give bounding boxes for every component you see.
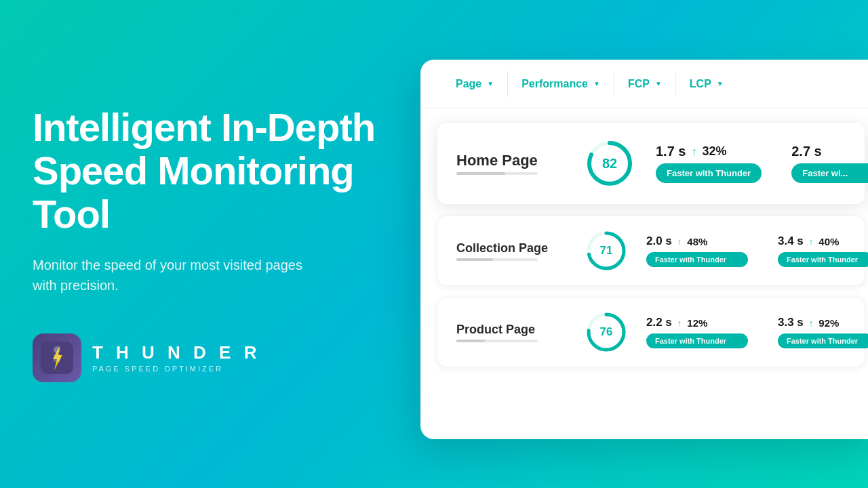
arrow-up-icon: ↑ bbox=[677, 237, 682, 247]
metric-percent-product-col1: 12% bbox=[687, 317, 707, 329]
metric-col1-product: 2.2 s ↑ 12% Faster with Thunder bbox=[646, 316, 748, 348]
brand: T H U N D E R PAGE SPEED OPTIMIZER bbox=[33, 333, 385, 382]
metric-col1-collection: 2.0 s ↑ 48% Faster with Thunder bbox=[646, 235, 748, 267]
score-circle-product: 76 bbox=[585, 311, 627, 353]
thunder-badge-product-col2: Faster with Thunder bbox=[778, 333, 868, 348]
chevron-down-icon: ▼ bbox=[487, 80, 494, 87]
score-value-home: 82 bbox=[602, 156, 617, 171]
metric-value-collection-col2: 3.4 s bbox=[778, 235, 804, 248]
metric-value-product-col2: 3.3 s bbox=[778, 316, 804, 329]
filter-lcp[interactable]: LCP ▼ bbox=[676, 71, 737, 97]
metric-value-collection-col1: 2.0 s bbox=[646, 235, 672, 248]
arrow-up-icon: ↑ bbox=[677, 318, 682, 328]
chevron-down-icon: ▼ bbox=[655, 80, 662, 87]
page-name-product: Product Page bbox=[456, 323, 585, 337]
svg-rect-3 bbox=[54, 354, 60, 362]
card-collection: Collection Page 71 2.0 s ↑ 48% Faster bbox=[437, 216, 865, 286]
svg-point-2 bbox=[54, 346, 60, 353]
metric-value-home-col2: 2.7 s bbox=[791, 144, 821, 159]
thunder-badge-home-col2: Faster wi... bbox=[791, 163, 868, 183]
score-circle-home: 82 bbox=[585, 139, 634, 188]
cards-area: Home Page 82 1.7 s ↑ 32% Faster with T bbox=[420, 108, 868, 381]
metric-percent-collection-col2: 40% bbox=[818, 236, 839, 247]
thunder-badge-collection-col2: Faster with Thunder bbox=[778, 252, 868, 267]
filter-lcp-label: LCP bbox=[690, 78, 711, 90]
metric-value-home-col1: 1.7 s bbox=[656, 144, 686, 159]
dashboard-panel: Page ▼ Performance ▼ FCP ▼ LCP ▼ Home Pa… bbox=[420, 60, 868, 439]
metric-col2-product: 3.3 s ↑ 92% Faster with Thunder bbox=[778, 316, 868, 348]
metric-col1-home: 1.7 s ↑ 32% Faster with Thunder bbox=[656, 144, 762, 183]
thunder-badge-collection-col1: Faster with Thunder bbox=[646, 252, 748, 267]
thunder-badge-home-col1: Faster with Thunder bbox=[656, 163, 762, 183]
brand-logo bbox=[33, 333, 81, 382]
filter-bar: Page ▼ Performance ▼ FCP ▼ LCP ▼ bbox=[420, 60, 868, 108]
card-home: Home Page 82 1.7 s ↑ 32% Faster with T bbox=[437, 122, 865, 205]
metric-percent-home-col1: 32% bbox=[702, 144, 726, 159]
metrics-product: 2.2 s ↑ 12% Faster with Thunder 3.3 s ↑ … bbox=[646, 316, 868, 348]
page-name-home: Home Page bbox=[456, 152, 592, 169]
metric-value-product-col1: 2.2 s bbox=[646, 316, 672, 329]
filter-page[interactable]: Page ▼ bbox=[442, 71, 508, 97]
left-panel: Intelligent In-Depth Speed Monitoring To… bbox=[33, 0, 385, 488]
arrow-up-icon: ↑ bbox=[691, 146, 696, 158]
metric-percent-product-col2: 92% bbox=[818, 317, 839, 329]
score-value-collection: 71 bbox=[600, 244, 613, 258]
brand-tagline: PAGE SPEED OPTIMIZER bbox=[92, 365, 260, 373]
filter-fcp-label: FCP bbox=[628, 78, 650, 90]
brand-name: T H U N D E R bbox=[92, 342, 260, 363]
filter-performance[interactable]: Performance ▼ bbox=[508, 71, 614, 97]
arrow-up-icon: ↑ bbox=[809, 318, 814, 328]
card-product: Product Page 76 2.2 s ↑ 12% Faster wit bbox=[437, 297, 865, 367]
page-name-collection: Collection Page bbox=[456, 241, 585, 256]
score-circle-collection: 71 bbox=[585, 230, 627, 272]
arrow-up-icon: ↑ bbox=[809, 237, 814, 247]
chevron-down-icon: ▼ bbox=[593, 80, 600, 87]
filter-page-label: Page bbox=[456, 78, 481, 90]
filter-performance-label: Performance bbox=[521, 78, 588, 90]
filter-fcp[interactable]: FCP ▼ bbox=[614, 71, 676, 97]
thunder-badge-product-col1: Faster with Thunder bbox=[646, 333, 748, 348]
metrics-collection: 2.0 s ↑ 48% Faster with Thunder 3.4 s ↑ … bbox=[646, 235, 868, 267]
score-value-product: 76 bbox=[600, 325, 613, 339]
headline: Intelligent In-Depth Speed Monitoring To… bbox=[33, 106, 385, 235]
metric-percent-collection-col1: 48% bbox=[687, 236, 707, 247]
subheadline: Monitor the speed of your most visited p… bbox=[33, 255, 304, 296]
brand-text: T H U N D E R PAGE SPEED OPTIMIZER bbox=[92, 342, 260, 373]
chevron-down-icon: ▼ bbox=[717, 80, 724, 87]
metric-col2-collection: 3.4 s ↑ 40% Faster with Thunder bbox=[778, 235, 868, 267]
metrics-home: 1.7 s ↑ 32% Faster with Thunder 2.7 s Fa… bbox=[656, 144, 868, 183]
metric-col2-home: 2.7 s Faster wi... bbox=[791, 144, 868, 183]
